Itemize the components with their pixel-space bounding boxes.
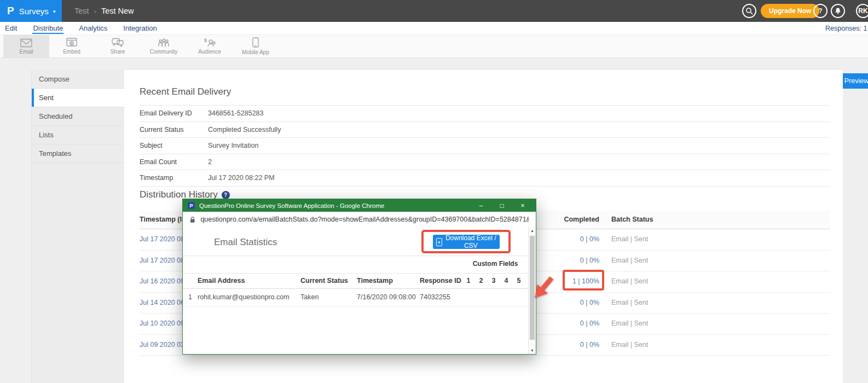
- toolbar-item-community[interactable]: Community: [141, 35, 187, 57]
- notifications-button[interactable]: [831, 4, 845, 18]
- minimize-button[interactable]: –: [473, 202, 489, 210]
- detail-label: Email Delivery ID: [140, 109, 208, 117]
- sidebar-item-label: Lists: [39, 131, 54, 139]
- sidebar-item-templates[interactable]: Templates: [32, 144, 124, 163]
- top-header: P Surveys ▾ Test › Test New Upgrade Now …: [0, 0, 868, 22]
- question-mark-icon: ?: [818, 7, 822, 15]
- lock-icon: [190, 216, 195, 223]
- distribution-history-help-icon[interactable]: ?: [222, 191, 230, 199]
- nav-tabs: Edit Distribute Analytics Integration: [4, 22, 158, 35]
- timestamp-value: 7/16/2020 09:08:00: [357, 288, 416, 306]
- column-header-custom-2: 2: [477, 274, 485, 288]
- window-titlebar[interactable]: P QuestionPro Online Survey Software App…: [183, 199, 536, 212]
- toolbar-item-mobile-app[interactable]: Mobile App: [233, 35, 279, 57]
- toolbar-item-label: Mobile App: [242, 49, 269, 55]
- column-header-timestamp: Timestamp: [357, 274, 393, 288]
- email-statistics-title: Email Statistics: [214, 237, 277, 248]
- custom-fields-label: Custom Fields: [459, 260, 531, 268]
- scroll-up-icon[interactable]: ▲: [529, 229, 536, 233]
- address-bar[interactable]: questionpro.com/a/emailBatchStats.do?mod…: [183, 212, 536, 228]
- window-content: Email Statistics x Download Excel / CSV …: [183, 227, 536, 354]
- maximize-button[interactable]: □: [494, 202, 510, 210]
- batch-status-value: Email | Sent: [611, 314, 648, 334]
- upgrade-now-button[interactable]: Upgrade Now: [761, 4, 819, 18]
- sidebar-item-sent[interactable]: Sent: [32, 89, 124, 107]
- window-title: QuestionPro Online Survey Software Appli…: [199, 202, 468, 209]
- detail-row: Current Status Completed Successfully: [140, 122, 830, 138]
- column-header-response-id: Response ID: [420, 274, 461, 288]
- batch-status-value: Email | Sent: [611, 229, 648, 250]
- detail-row: Timestamp Jul 17 2020 08:22 PM: [140, 170, 830, 187]
- preview-label: Preview: [844, 77, 868, 85]
- sidebar-item-lists[interactable]: Lists: [32, 126, 124, 144]
- avatar[interactable]: RK: [856, 4, 868, 18]
- sidebar-item-label: Compose: [39, 75, 70, 83]
- sidebar-item-compose[interactable]: Compose: [32, 70, 124, 89]
- toolbar-item-email[interactable]: Email: [3, 35, 49, 57]
- responses-count[interactable]: Responses: 1: [825, 25, 867, 32]
- screen: P Surveys ▾ Test › Test New Upgrade Now …: [0, 0, 868, 383]
- stats-table-row: 1 rohit.kumar@questionpro.com Taken 7/16…: [183, 288, 528, 307]
- search-icon: [745, 7, 753, 15]
- download-label: Download Excel / CSV: [445, 234, 496, 249]
- toolbar-item-label: Audience: [198, 49, 221, 55]
- mobile-app-icon: [252, 37, 259, 48]
- detail-value: 2: [208, 158, 212, 166]
- scroll-down-icon[interactable]: ▼: [529, 349, 536, 352]
- avatar-initials: RK: [858, 7, 867, 15]
- email-statistics-window: P QuestionPro Online Survey Software App…: [182, 199, 536, 355]
- divider: [183, 256, 528, 256]
- questionpro-favicon: P: [188, 202, 195, 209]
- help-button[interactable]: ?: [813, 4, 828, 18]
- breadcrumb-separator-icon: ›: [94, 7, 96, 15]
- search-button[interactable]: [742, 4, 756, 18]
- batch-status-value: Email | Sent: [611, 293, 648, 314]
- address-url: questionpro.com/a/emailBatchStats.do?mod…: [200, 216, 529, 223]
- column-header-email: Email Address: [198, 274, 245, 288]
- recent-delivery-details: Email Delivery ID 3468561-5285283 Curren…: [140, 105, 830, 187]
- close-button[interactable]: ×: [514, 202, 531, 210]
- column-header-custom-5: 5: [514, 274, 523, 288]
- tab-integration[interactable]: Integration: [123, 23, 157, 34]
- tab-analytics[interactable]: Analytics: [78, 23, 108, 34]
- share-icon: [112, 38, 124, 48]
- toolbar-item-share[interactable]: Share: [95, 35, 141, 57]
- sidebar-item-label: Scheduled: [39, 112, 72, 120]
- sidebar-item-label: Templates: [39, 149, 71, 158]
- column-header-batch-status: Batch Status: [611, 211, 653, 229]
- tab-edit[interactable]: Edit: [4, 23, 18, 34]
- sidebar-item-scheduled[interactable]: Scheduled: [32, 107, 124, 126]
- download-excel-csv-button[interactable]: x Download Excel / CSV: [433, 235, 500, 249]
- tab-distribute[interactable]: Distribute: [32, 23, 63, 34]
- toolbar-item-label: Share: [111, 49, 125, 55]
- surveys-menu-label: Surveys: [19, 7, 49, 16]
- detail-row: Email Count 2: [140, 154, 830, 171]
- detail-value: Completed Successfully: [208, 126, 281, 134]
- distribute-toolbar: Email Embed Share Community $: [0, 35, 868, 58]
- detail-label: Email Count: [140, 158, 208, 166]
- batch-status-value: Email | Sent: [611, 271, 648, 292]
- annotation-arrow-icon: [533, 274, 564, 307]
- toolbar-item-label: Email: [19, 49, 33, 55]
- batch-status-value: Email | Sent: [611, 335, 648, 356]
- column-header-custom-3: 3: [489, 274, 498, 288]
- detail-row: Email Delivery ID 3468561-5285283: [140, 106, 830, 122]
- toolbar-item-audience[interactable]: $ Audience: [187, 35, 233, 57]
- detail-row: Subject Survey Invitation: [140, 138, 830, 154]
- chevron-down-icon: ▾: [53, 9, 56, 14]
- svg-text:$: $: [204, 38, 207, 43]
- surveys-menu[interactable]: P Surveys ▾: [0, 0, 62, 22]
- bell-icon: [834, 7, 842, 15]
- stats-table-header: Email Address Current Status Timestamp R…: [183, 274, 528, 289]
- detail-value: 3468561-5285283: [208, 109, 264, 117]
- detail-label: Current Status: [140, 126, 208, 134]
- row-number: 1: [188, 288, 192, 306]
- column-header-custom-4: 4: [502, 274, 511, 288]
- email-sidebar: Compose Sent Scheduled Lists Templates: [31, 70, 124, 383]
- breadcrumb-parent[interactable]: Test: [74, 7, 89, 15]
- toolbar-item-embed[interactable]: Embed: [49, 35, 95, 57]
- detail-value: Survey Invitation: [208, 142, 258, 149]
- detail-label: Subject: [140, 142, 208, 149]
- column-header-custom-1: 1: [464, 274, 473, 288]
- detail-value: Jul 17 2020 08:22 PM: [208, 174, 275, 182]
